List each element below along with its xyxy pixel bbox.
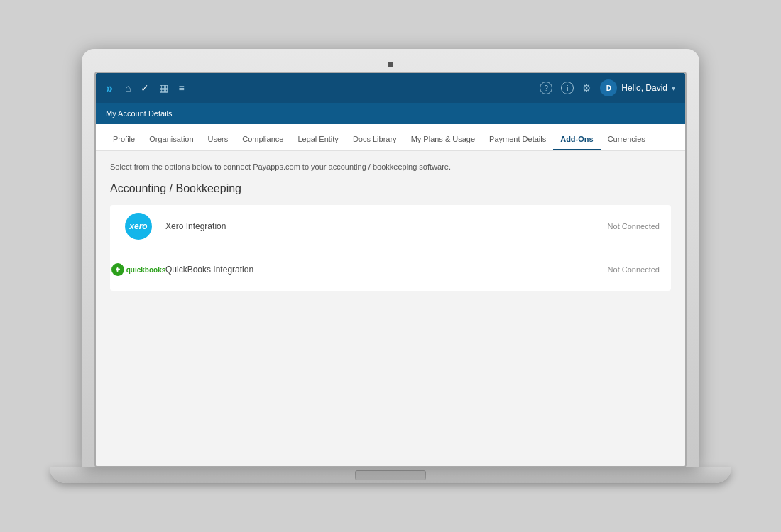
app-container: » ⌂ ✓ ▦ ≡ ? i ⚙ D Hello, David (96, 73, 685, 466)
tab-docs-library[interactable]: Docs Library (346, 135, 404, 150)
tab-add-ons[interactable]: Add-Ons (553, 135, 600, 150)
bar-chart-icon[interactable]: ▦ (159, 82, 168, 94)
document-icon[interactable]: ≡ (178, 82, 184, 94)
tab-organisation[interactable]: Organisation (142, 135, 200, 150)
tab-currencies[interactable]: Currencies (601, 135, 652, 150)
top-nav: » ⌂ ✓ ▦ ≡ ? i ⚙ D Hello, David (96, 73, 685, 103)
info-circle-icon[interactable]: i (561, 82, 574, 94)
tab-my-plans-usage[interactable]: My Plans & Usage (404, 135, 482, 150)
top-nav-right: ? i ⚙ D Hello, David ▾ (540, 79, 675, 96)
laptop-screen: » ⌂ ✓ ▦ ≡ ? i ⚙ D Hello, David (94, 72, 687, 467)
trackpad (355, 470, 426, 480)
nav-icons: ⌂ ✓ ▦ ≡ (125, 82, 540, 94)
tab-compliance[interactable]: Compliance (235, 135, 290, 150)
home-icon[interactable]: ⌂ (125, 82, 131, 94)
laptop-base (50, 467, 731, 483)
avatar: D (600, 79, 617, 96)
breadcrumb-bar: My Account Details (96, 103, 685, 124)
svg-rect-2 (116, 269, 120, 270)
main-content: Select from the options below to connect… (96, 151, 685, 466)
xero-logo: xero (121, 215, 155, 238)
tab-users[interactable]: Users (201, 135, 236, 150)
qb-text: quickbooks (126, 266, 166, 274)
quickbooks-logo: quickbooks (121, 258, 155, 281)
laptop-shell: » ⌂ ✓ ▦ ≡ ? i ⚙ D Hello, David (82, 49, 699, 467)
settings-icon[interactable]: ⚙ (582, 82, 591, 94)
breadcrumb: My Account Details (106, 109, 173, 118)
xero-status: Not Connected (608, 222, 660, 231)
tab-payment-details[interactable]: Payment Details (482, 135, 553, 150)
integration-card: xero Xero Integration Not Connected (110, 205, 671, 291)
qb-circle (111, 263, 124, 276)
section-description: Select from the options below to connect… (110, 162, 671, 171)
user-badge[interactable]: D Hello, David ▾ (600, 79, 675, 96)
quickbooks-integration-row[interactable]: quickbooks QuickBooks Integration Not Co… (110, 248, 671, 291)
section-title: Accounting / Bookkeeping (110, 182, 671, 195)
help-circle-icon[interactable]: ? (540, 82, 552, 94)
chevron-down-icon: ▾ (672, 84, 675, 92)
tab-legal-entity[interactable]: Legal Entity (290, 135, 345, 150)
tab-bar: Profile Organisation Users Compliance Le… (96, 124, 685, 151)
xero-integration-row[interactable]: xero Xero Integration Not Connected (110, 205, 671, 248)
app-logo[interactable]: » (106, 81, 112, 96)
xero-integration-name: Xero Integration (165, 221, 608, 231)
tab-profile[interactable]: Profile (106, 135, 142, 150)
quickbooks-status: Not Connected (608, 265, 660, 274)
user-name: Hello, David (621, 83, 667, 93)
check-icon[interactable]: ✓ (141, 82, 149, 94)
xero-logo-mark: xero (125, 213, 152, 240)
camera (388, 62, 393, 67)
quickbooks-integration-name: QuickBooks Integration (165, 265, 608, 275)
quickbooks-logo-mark: quickbooks (111, 263, 166, 276)
